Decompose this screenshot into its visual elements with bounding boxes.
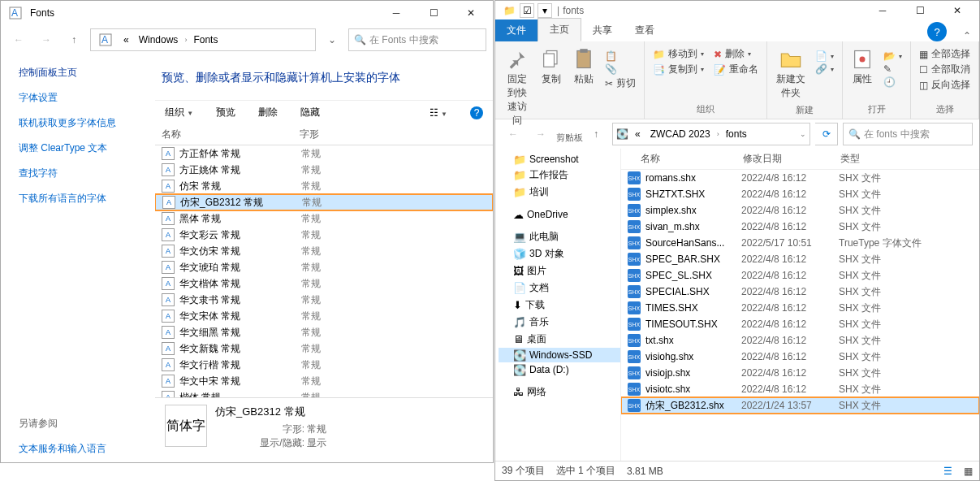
tree-node[interactable]: 🖥桌面 bbox=[499, 331, 620, 348]
maximize-button[interactable]: ☐ bbox=[415, 1, 452, 25]
up-button[interactable]: ↑ bbox=[585, 123, 607, 145]
tree-node[interactable]: 🖼图片 bbox=[499, 262, 620, 280]
font-row[interactable]: A方正姚体 常规常规 bbox=[155, 162, 493, 178]
details-view-icon[interactable]: ☰ bbox=[943, 466, 952, 477]
tree-node[interactable]: ☁OneDrive bbox=[499, 207, 620, 222]
col-date[interactable]: 修改日期 bbox=[743, 152, 840, 166]
file-menu[interactable]: 文件 bbox=[495, 20, 537, 41]
breadcrumb[interactable]: Windows bbox=[136, 34, 182, 46]
tab-share[interactable]: 共享 bbox=[581, 20, 624, 41]
move-to-button[interactable]: 📁移动到▾ bbox=[650, 46, 707, 62]
qat-button[interactable]: ☑ bbox=[520, 3, 534, 18]
file-row[interactable]: SHXvisiotc.shx2022/4/8 16:12SHX 文件 bbox=[621, 381, 979, 397]
font-row[interactable]: A华文新魏 常规常规 bbox=[155, 340, 493, 357]
tree-node[interactable]: 🎵音乐 bbox=[499, 314, 620, 331]
breadcrumb[interactable]: ZWCAD 2023 bbox=[647, 128, 714, 140]
delete-button[interactable]: ✖删除▾ bbox=[710, 46, 762, 62]
close-button[interactable]: ✕ bbox=[939, 0, 976, 23]
file-row[interactable]: SHXSPECIAL.SHX2022/4/8 16:12SHX 文件 bbox=[621, 284, 979, 300]
file-row[interactable]: SHXSHZTXT.SHX2022/4/8 16:12SHX 文件 bbox=[621, 186, 979, 202]
font-row[interactable]: A华文细黑 常规常规 bbox=[155, 324, 493, 340]
help-icon[interactable]: ? bbox=[470, 106, 483, 119]
nav-tree[interactable]: 📁Screenshot📁工作报告📁培训☁OneDrive💻此电脑🧊3D 对象🖼图… bbox=[495, 149, 621, 461]
new-folder-button[interactable]: 新建文件夹 bbox=[772, 46, 809, 102]
tab-home[interactable]: 主页 bbox=[537, 18, 581, 41]
tree-node[interactable]: 📄文档 bbox=[499, 280, 620, 297]
cut-button[interactable]: ✂剪切 bbox=[602, 76, 639, 91]
copy-button[interactable]: 复制 bbox=[537, 46, 566, 88]
font-row[interactable]: A华文琥珀 常规常规 bbox=[155, 259, 493, 275]
col-style[interactable]: 字形 bbox=[300, 128, 493, 141]
qat-button[interactable]: ▾ bbox=[537, 3, 552, 18]
file-row[interactable]: SHXsivan_m.shx2022/4/8 16:12SHX 文件 bbox=[621, 219, 979, 235]
file-list[interactable]: SHXromans.shx2022/4/8 16:12SHX 文件SHXSHZT… bbox=[621, 170, 979, 461]
column-headers[interactable]: 名称 字形 bbox=[155, 124, 493, 145]
recent-dropdown[interactable]: ⌄ bbox=[557, 123, 580, 145]
forward-button[interactable]: → bbox=[529, 123, 552, 145]
tree-node[interactable]: 💽Windows-SSD bbox=[499, 348, 620, 362]
file-row[interactable]: SHXTIMES.SHX2022/4/8 16:12SHX 文件 bbox=[621, 300, 979, 316]
properties-button[interactable]: 属性 bbox=[848, 46, 877, 88]
file-row[interactable]: SHX仿宋_GB2312.shx2022/1/24 13:57SHX 文件 bbox=[621, 397, 979, 414]
dropdown-button[interactable]: ⌄ bbox=[321, 28, 343, 51]
font-row[interactable]: A方正舒体 常规常规 bbox=[155, 145, 493, 162]
tree-node[interactable]: 🧊3D 对象 bbox=[499, 245, 620, 262]
font-row[interactable]: A华文隶书 常规常规 bbox=[155, 292, 493, 308]
sidebar-link[interactable]: 调整 ClearType 文本 bbox=[19, 141, 149, 155]
icons-view-icon[interactable]: ▦ bbox=[964, 466, 973, 477]
file-row[interactable]: SHXTIMESOUT.SHX2022/4/8 16:12SHX 文件 bbox=[621, 316, 979, 332]
search-input[interactable]: 🔍 在 Fonts 中搜索 bbox=[348, 28, 486, 51]
rename-button[interactable]: 📝重命名 bbox=[710, 62, 762, 77]
font-row[interactable]: A楷体 常规常规 bbox=[155, 389, 493, 397]
new-item-button[interactable]: 📄▾ bbox=[812, 50, 837, 63]
font-row[interactable]: A华文彩云 常规常规 bbox=[155, 227, 493, 243]
tree-node[interactable]: 💽Data (D:) bbox=[499, 362, 620, 377]
col-name[interactable]: 名称 bbox=[641, 152, 743, 166]
file-row[interactable]: SHXSourceHanSans...2022/5/17 10:51TrueTy… bbox=[621, 235, 979, 251]
collapse-ribbon-button[interactable]: ⌃ bbox=[955, 30, 979, 41]
paste-button[interactable]: 粘贴 bbox=[569, 46, 598, 88]
copy-path-button[interactable]: 📋 bbox=[602, 50, 639, 63]
minimize-button[interactable]: ─ bbox=[864, 0, 901, 23]
tree-node[interactable]: 🖧网络 bbox=[499, 384, 620, 401]
sidebar-link[interactable]: 字体设置 bbox=[19, 91, 149, 105]
back-button[interactable]: ← bbox=[502, 123, 525, 145]
column-headers[interactable]: 名称 修改日期 类型 bbox=[621, 149, 979, 170]
search-input[interactable]: 🔍 在 fonts 中搜索 bbox=[843, 123, 973, 145]
font-row[interactable]: A华文宋体 常规常规 bbox=[155, 308, 493, 324]
preview-button[interactable]: 预览 bbox=[216, 106, 235, 119]
font-row[interactable]: A华文楷体 常规常规 bbox=[155, 275, 493, 292]
delete-button[interactable]: 删除 bbox=[258, 106, 278, 119]
history-button[interactable]: 🕘 bbox=[880, 76, 905, 89]
file-row[interactable]: SHXSPEC_SL.SHX2022/4/8 16:12SHX 文件 bbox=[621, 267, 979, 284]
paste-shortcut-button[interactable]: 📎 bbox=[602, 63, 639, 76]
invert-selection-button[interactable]: ◫反向选择 bbox=[916, 77, 974, 93]
crumb-ellipsis[interactable]: « bbox=[120, 34, 132, 46]
tree-node[interactable]: 📁培训 bbox=[499, 184, 620, 201]
font-row[interactable]: A华文行楷 常规常规 bbox=[155, 357, 493, 373]
file-row[interactable]: SHXvisiohg.shx2022/4/8 16:12SHX 文件 bbox=[621, 349, 979, 365]
col-type[interactable]: 类型 bbox=[840, 152, 979, 166]
view-mode-button[interactable]: ☷ ▼ bbox=[430, 107, 447, 119]
tree-node[interactable]: ⬇下载 bbox=[499, 297, 620, 314]
sidebar-link[interactable]: 下载所有语言的字体 bbox=[19, 192, 149, 206]
maximize-button[interactable]: ☐ bbox=[901, 0, 939, 23]
col-name[interactable]: 名称 bbox=[162, 128, 300, 141]
hide-button[interactable]: 隐藏 bbox=[300, 106, 320, 119]
select-none-button[interactable]: ☐全部取消 bbox=[916, 62, 974, 77]
font-row[interactable]: A华文中宋 常规常规 bbox=[155, 373, 493, 389]
font-row[interactable]: A仿宋 常规常规 bbox=[155, 178, 493, 194]
copy-to-button[interactable]: 📑复制到▾ bbox=[650, 62, 707, 77]
pin-button[interactable]: 固定到快速访问 bbox=[500, 46, 533, 129]
file-row[interactable]: SHXromans.shx2022/4/8 16:12SHX 文件 bbox=[621, 170, 979, 186]
address-bar[interactable]: 💽 « ZWCAD 2023 › fonts ⌄ bbox=[612, 123, 810, 145]
forward-button[interactable]: → bbox=[35, 28, 58, 51]
sidebar-link[interactable]: 联机获取更多字体信息 bbox=[19, 116, 149, 130]
file-row[interactable]: SHXsimplex.shx2022/4/8 16:12SHX 文件 bbox=[621, 202, 979, 219]
tab-view[interactable]: 查看 bbox=[624, 20, 666, 41]
tree-node[interactable]: 📁工作报告 bbox=[499, 167, 620, 184]
refresh-button[interactable]: ⟳ bbox=[815, 123, 838, 145]
file-row[interactable]: SHXSPEC_BAR.SHX2022/4/8 16:12SHX 文件 bbox=[621, 251, 979, 267]
sidebar-header[interactable]: 控制面板主页 bbox=[19, 66, 149, 80]
file-row[interactable]: SHXtxt.shx2022/4/8 16:12SHX 文件 bbox=[621, 332, 979, 349]
